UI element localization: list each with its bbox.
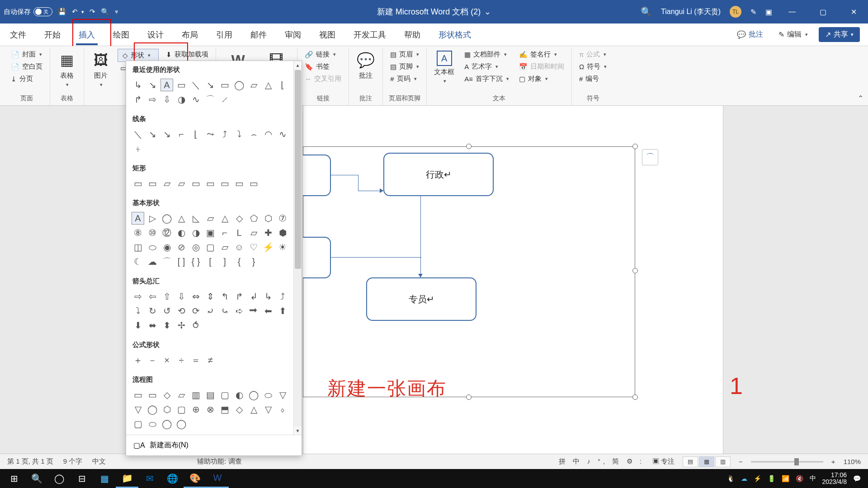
shape-item[interactable]: ◯ [160,418,173,430]
bookmark-button[interactable]: 🔖 书签 [302,61,344,72]
ime-indicators[interactable]: 拼 中 ♪ °, 简 ⚙ : [559,457,644,466]
shape-item[interactable]: ≠ [204,354,217,366]
shape-item[interactable]: × [160,354,173,366]
shape-item[interactable]: ◇ [160,389,173,401]
crossref-button[interactable]: ↔ 交叉引用 [302,73,344,84]
tab-view[interactable]: 视图 [317,25,337,45]
footer-button[interactable]: ▤ 页脚▾ [387,61,422,72]
tab-layout[interactable]: 布局 [180,25,200,45]
scroll-down-icon[interactable]: ▼ [294,427,302,435]
shape-item[interactable]: ▱ [175,389,188,401]
flowchart-box-partial[interactable] [303,155,331,196]
shape-item[interactable]: ⤿ [218,305,231,317]
addins-button[interactable]: ⬇ 获取加载项 [163,49,211,60]
shape-item[interactable]: ∿ [189,93,202,106]
shape-item[interactable]: ⌒ [160,255,173,268]
shape-item[interactable]: L [233,226,245,239]
tab-mail[interactable]: 邮件 [249,25,269,45]
shape-item[interactable]: ⇕ [204,290,217,303]
shape-item[interactable]: ⬍ [160,319,173,332]
shape-item[interactable]: ↻ [146,305,159,317]
shape-item[interactable]: ⬡ [160,403,173,416]
wifi-icon[interactable]: 📶 [782,475,789,482]
shape-item[interactable]: ＋ [132,354,144,366]
save-icon[interactable]: 💾 [58,8,66,16]
shape-item[interactable]: ▣ [204,226,217,239]
ime-indicator[interactable]: 中 [810,474,816,483]
shape-item[interactable]: ▭ [218,177,231,190]
shape-item[interactable]: ⬭ [262,389,274,401]
shape-item[interactable]: ☾ [132,255,144,268]
shape-item[interactable]: } [247,255,260,268]
new-canvas-item[interactable]: ▢A 新建画布(N) [126,435,302,455]
shape-item[interactable]: ⊕ [189,403,202,416]
tab-help[interactable]: 帮助 [402,25,422,45]
taskbar-outlook[interactable]: ✉ [138,469,161,488]
zoom-slider[interactable] [751,461,823,463]
shape-item[interactable]: △ [247,403,260,416]
selection-handle[interactable] [632,394,638,400]
minimize-button[interactable]: — [781,3,803,21]
shape-item[interactable]: ▭ [189,177,202,190]
shape-item[interactable]: ⤵ [132,305,144,317]
shape-item[interactable]: ＼ [189,79,202,91]
shape-item[interactable]: ▤ [204,389,217,401]
close-button[interactable]: ✕ [843,3,864,21]
shape-item[interactable]: ⟋ [218,93,231,106]
battery-icon[interactable]: 🔋 [768,475,775,482]
user-name[interactable]: Tiangui Li (李天贵) [661,7,721,17]
tab-insert[interactable]: 插入 [77,25,97,45]
shape-item[interactable]: ▱ [218,241,231,253]
cortana-button[interactable]: ◯ [48,469,71,488]
shape-item[interactable]: ⌐ [218,226,231,239]
search-button[interactable]: 🔍 [25,469,48,488]
shape-item[interactable]: [ [204,255,217,268]
shape-item[interactable]: ◎ [189,241,202,253]
shape-item[interactable]: { [233,255,245,268]
datetime-button[interactable]: 📅 日期和时间 [516,61,567,72]
shape-item[interactable]: ▭ [146,389,159,401]
shape-item[interactable]: ◉ [160,241,173,253]
shape-item[interactable]: ⌊ [276,79,289,91]
cover-page-button[interactable]: 📄 封面▾ [8,49,45,60]
shape-item[interactable]: ▽ [132,403,144,416]
undo-icon[interactable]: ↶▾ [72,8,84,16]
page-break-button[interactable]: ⤓ 分页 [8,73,45,84]
shape-item[interactable]: ⌒ [204,93,217,106]
qat-more-icon[interactable]: ▾ [115,8,118,16]
shape-item[interactable]: ⤾ [204,305,217,317]
shape-item[interactable]: ↘ [146,79,159,91]
clock[interactable]: 17:06 2023/4/8 [822,472,847,486]
shape-item[interactable]: A [160,79,173,91]
shape-item[interactable]: ⬭ [146,418,159,430]
shape-item[interactable]: ÷ [175,354,188,366]
shape-item[interactable]: ☁ [146,255,159,268]
tab-draw[interactable]: 绘图 [111,25,131,45]
shape-item[interactable]: ⌢ [247,128,260,141]
shape-item[interactable]: ▥ [189,389,202,401]
taskbar-app2[interactable]: 🎨 [184,469,206,488]
shape-item[interactable]: ⤵ [233,128,245,141]
share-button[interactable]: ↗ 共享 ▾ [819,27,860,42]
shape-item[interactable]: ▭ [247,177,260,190]
toggle-track[interactable]: 关 [33,7,52,16]
tab-home[interactable]: 开始 [42,25,62,45]
document-title[interactable]: 新建 Microsoft Word 文档 (2) ⌄ [377,6,491,17]
shape-item[interactable]: ⬇ [132,319,144,332]
shape-item[interactable]: ⚡ [262,241,274,253]
shape-item[interactable]: ▭ [204,177,217,190]
shape-item[interactable]: ↳ [262,290,274,303]
shape-item[interactable]: ⤳ [204,128,217,141]
dropcap-button[interactable]: A≡ 首字下沉▾ [462,73,512,84]
shape-item[interactable]: ⑫ [160,226,173,239]
shape-item[interactable]: ➪ [233,305,245,317]
shape-item[interactable]: ▭ [132,389,144,401]
shape-item[interactable]: ⟲ [175,305,188,317]
zoom-out-button[interactable]: − [739,458,743,465]
shape-item[interactable]: ⥀ [189,319,202,332]
maximize-button[interactable]: ▢ [812,3,834,21]
tab-shape-format[interactable]: 形状格式 [437,25,473,45]
layout-options-button[interactable]: ⌒ [642,149,658,165]
shape-item[interactable]: ▱ [247,79,260,91]
wordart-button[interactable]: A 艺术字▾ [462,61,512,72]
